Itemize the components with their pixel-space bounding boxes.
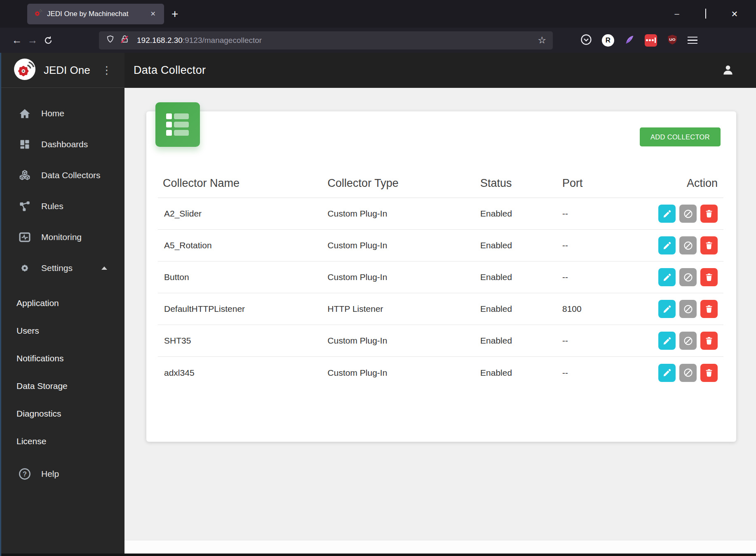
collector-name-cell: adxl345: [158, 368, 328, 378]
collector-table-header: Collector Name Collector Type Status Por…: [158, 169, 723, 198]
menu-hamburger-icon[interactable]: [688, 37, 697, 44]
close-window-button[interactable]: ✕: [730, 9, 740, 19]
disable-button[interactable]: [679, 364, 697, 382]
browser-toolbar: ← → 192.168.2.30:9123/managecollector ☆: [0, 28, 756, 53]
sidebar-item-home[interactable]: Home: [0, 98, 124, 129]
sidebar-sub-label: License: [16, 436, 46, 446]
collector-list-tile-icon: [155, 102, 200, 147]
feather-extension-icon[interactable]: [624, 34, 635, 47]
back-icon[interactable]: ←: [9, 33, 25, 48]
tab-favicon-gear-icon: [33, 8, 43, 20]
account-person-icon[interactable]: [721, 64, 735, 78]
maximize-button[interactable]: [701, 9, 711, 19]
page-header: Data Collector: [124, 53, 756, 88]
new-tab-button[interactable]: +: [171, 7, 178, 21]
col-collector-name: Collector Name: [158, 177, 328, 190]
sidebar-sub-data-storage[interactable]: Data Storage: [0, 372, 124, 400]
extension-cluster: R UO: [580, 33, 697, 47]
svg-text:UO: UO: [669, 37, 676, 41]
disable-button[interactable]: [679, 205, 697, 223]
browser-tab[interactable]: JEDI One by Machinechat ✕: [27, 4, 164, 24]
sidebar-item-rules[interactable]: Rules: [0, 191, 124, 221]
action-cell: [644, 300, 723, 318]
sidebar-item-data-collectors[interactable]: Data Collectors: [0, 160, 124, 191]
rules-icon: [18, 200, 31, 212]
edit-button[interactable]: [658, 236, 676, 254]
url-host: 192.168.2.30: [137, 36, 183, 45]
sidebar-sub-license[interactable]: License: [0, 427, 124, 455]
pocket-icon[interactable]: [580, 33, 592, 47]
delete-button[interactable]: [700, 300, 718, 318]
status-cell: Enabled: [480, 209, 562, 219]
bookmark-star-icon[interactable]: ☆: [538, 35, 546, 46]
port-cell: --: [562, 336, 644, 346]
tab-title: JEDI One by Machinechat: [47, 10, 144, 18]
delete-button[interactable]: [700, 332, 718, 350]
sidebar-sub-application[interactable]: Application: [0, 289, 124, 317]
sidebar-item-label: Data Collectors: [41, 170, 101, 180]
action-cell: [644, 332, 723, 350]
edit-button[interactable]: [658, 332, 676, 350]
sidebar-sub-diagnostics[interactable]: Diagnostics: [0, 400, 124, 427]
delete-button[interactable]: [700, 364, 718, 382]
disable-button[interactable]: [679, 268, 697, 286]
col-status: Status: [480, 177, 562, 190]
collector-table: Collector Name Collector Type Status Por…: [158, 169, 723, 389]
table-row: DefaultHTTPListener HTTP Listener Enable…: [158, 293, 723, 325]
action-cell: [644, 364, 723, 382]
edit-button[interactable]: [658, 205, 676, 223]
minimize-button[interactable]: –: [672, 9, 682, 19]
window-controls: – ✕: [672, 0, 756, 28]
r-extension-icon[interactable]: R: [602, 34, 614, 47]
forward-icon[interactable]: →: [25, 33, 40, 48]
sidebar-item-label: Dashboards: [41, 139, 88, 149]
collector-type-cell: HTTP Listener: [328, 304, 480, 314]
url-text[interactable]: 192.168.2.30:9123/managecollector: [137, 36, 533, 45]
sidebar-sub-notifications[interactable]: Notifications: [0, 344, 124, 372]
collector-type-cell: Custom Plug-In: [328, 336, 480, 346]
disable-button[interactable]: [679, 300, 697, 318]
help-icon: ?: [18, 468, 31, 480]
tracking-shield-icon[interactable]: [106, 35, 115, 46]
delete-button[interactable]: [700, 236, 718, 254]
collector-name-cell: SHT35: [158, 336, 328, 346]
port-cell: --: [562, 368, 644, 378]
sidebar-sub-users[interactable]: Users: [0, 317, 124, 344]
add-collector-button[interactable]: ADD COLLECTOR: [640, 127, 721, 146]
sidebar-item-settings[interactable]: Settings: [0, 252, 124, 283]
data-collectors-icon: [18, 169, 31, 181]
edit-button[interactable]: [658, 268, 676, 286]
ublock-origin-icon[interactable]: UO: [667, 34, 678, 47]
brand-kebab-icon[interactable]: ⋮: [101, 64, 112, 77]
disable-button[interactable]: [679, 332, 697, 350]
settings-gear-icon: [18, 262, 31, 274]
sidebar-sub-label: Data Storage: [16, 381, 68, 391]
reload-icon[interactable]: [40, 33, 56, 48]
password-manager-extension-icon[interactable]: [645, 34, 657, 47]
disable-button[interactable]: [679, 236, 697, 254]
collector-type-cell: Custom Plug-In: [328, 368, 480, 378]
collector-name-cell: A5_Rotation: [158, 240, 328, 250]
svg-text:?: ?: [23, 470, 27, 477]
sidebar-item-help[interactable]: ? Help: [0, 458, 124, 489]
insecure-lock-icon[interactable]: [120, 35, 129, 46]
edit-button[interactable]: [658, 300, 676, 318]
edit-button[interactable]: [658, 364, 676, 382]
url-bar[interactable]: 192.168.2.30:9123/managecollector ☆: [99, 31, 553, 49]
status-cell: Enabled: [480, 240, 562, 250]
url-path: :9123/managecollector: [183, 36, 262, 45]
sidebar-item-dashboards[interactable]: Dashboards: [0, 129, 124, 160]
table-row: A2_Slider Custom Plug-In Enabled --: [158, 198, 723, 230]
sidebar-item-monitoring[interactable]: Monitoring: [0, 221, 124, 252]
col-action: Action: [644, 177, 723, 190]
collector-type-cell: Custom Plug-In: [328, 209, 480, 219]
collector-type-cell: Custom Plug-In: [328, 272, 480, 282]
table-row: SHT35 Custom Plug-In Enabled --: [158, 325, 723, 357]
col-collector-type: Collector Type: [328, 177, 480, 190]
sidebar-item-label: Help: [41, 469, 59, 479]
sidebar: JEDI One ⋮ Home Dashboards: [0, 53, 124, 556]
delete-button[interactable]: [700, 268, 718, 286]
delete-button[interactable]: [700, 205, 718, 223]
sidebar-sub-label: Notifications: [16, 353, 63, 363]
tab-close-icon[interactable]: ✕: [148, 9, 158, 19]
